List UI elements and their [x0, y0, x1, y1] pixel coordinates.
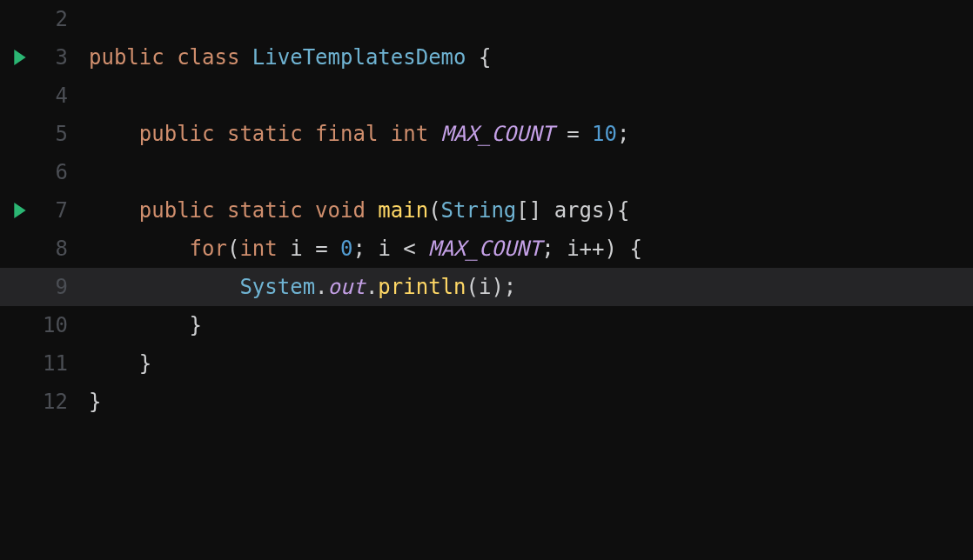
token-method: main	[378, 198, 428, 223]
line-number: 5	[56, 122, 68, 146]
line-number: 11	[43, 351, 68, 376]
line-number: 2	[56, 7, 68, 31]
line-number: 8	[56, 237, 68, 261]
code-content[interactable]: public class LiveTemplatesDemo {	[82, 45, 491, 70]
token-field-it: MAX_COUNT	[428, 237, 541, 261]
token-field-it: MAX_COUNT	[441, 122, 554, 146]
gutter[interactable]: 11	[0, 351, 82, 376]
line-number: 9	[56, 275, 68, 299]
code-content[interactable]: System.out.println(i);	[82, 275, 516, 299]
code-line[interactable]: 5 public static final int MAX_COUNT = 10…	[0, 115, 973, 153]
token-punct: (	[466, 275, 479, 299]
code-line[interactable]: 10 }	[0, 306, 973, 344]
code-content[interactable]: }	[82, 390, 101, 414]
token-kw: class	[177, 45, 239, 70]
token-punct: (	[428, 198, 440, 223]
token-classname: System	[239, 275, 315, 299]
token-kw: static	[227, 122, 303, 146]
gutter[interactable]: 10	[0, 313, 82, 337]
token-param: i	[290, 237, 302, 261]
code-line[interactable]: 9 System.out.println(i);	[0, 268, 973, 306]
code-content[interactable]: public static final int MAX_COUNT = 10;	[82, 122, 629, 146]
line-number: 6	[56, 160, 68, 184]
token-punct: []	[516, 198, 554, 223]
token-punct: ){	[604, 198, 629, 223]
line-number: 7	[56, 198, 68, 223]
token-punct: ) {	[605, 237, 642, 261]
gutter[interactable]: 7	[0, 198, 82, 223]
token-param: i	[378, 237, 390, 261]
code-line[interactable]: 4	[0, 77, 973, 115]
token-kw: public	[139, 122, 215, 146]
token-punct: }	[89, 390, 101, 414]
code-line[interactable]: 2	[0, 0, 973, 38]
token-kw: static	[227, 198, 303, 223]
line-number: 4	[56, 83, 68, 108]
gutter[interactable]: 4	[0, 83, 82, 108]
token-kw: for	[190, 237, 227, 261]
code-content[interactable]: public static void main(String[] args){	[82, 198, 629, 223]
gutter[interactable]: 12	[0, 390, 82, 414]
code-line[interactable]: 7 public static void main(String[] args)…	[0, 191, 973, 230]
code-content[interactable]: }	[82, 313, 202, 337]
code-line[interactable]: 8 for(int i = 0; i < MAX_COUNT; i++) {	[0, 230, 973, 268]
token-classname: LiveTemplatesDemo	[252, 45, 466, 70]
token-punct: .	[315, 275, 327, 299]
gutter[interactable]: 9	[0, 275, 82, 299]
code-content[interactable]: for(int i = 0; i < MAX_COUNT; i++) {	[82, 237, 642, 261]
code-line[interactable]: 11 }	[0, 344, 973, 383]
token-punct: }	[190, 313, 202, 337]
code-line[interactable]: 12}	[0, 383, 973, 421]
gutter[interactable]: 3	[0, 45, 82, 70]
token-kw: void	[315, 198, 366, 223]
token-punct: ;	[352, 237, 378, 261]
token-punct: ;	[617, 122, 629, 146]
token-field-it: out	[328, 275, 366, 299]
token-kw: int	[391, 122, 428, 146]
gutter[interactable]: 2	[0, 7, 82, 31]
token-punct: );	[491, 275, 516, 299]
token-punct: {	[479, 45, 491, 70]
token-method: println	[378, 275, 466, 299]
line-number: 12	[43, 390, 68, 414]
gutter[interactable]: 6	[0, 160, 82, 184]
token-kw: public	[89, 45, 164, 70]
gutter[interactable]: 5	[0, 122, 82, 146]
token-punct: .	[366, 275, 378, 299]
token-kw: public	[139, 198, 215, 223]
line-number: 3	[56, 45, 68, 70]
token-num: 0	[340, 237, 352, 261]
code-content[interactable]: }	[82, 351, 151, 376]
token-kw: final	[315, 122, 378, 146]
token-punct: }	[139, 351, 151, 376]
token-param: i	[567, 237, 579, 261]
token-op: <	[403, 237, 415, 261]
line-number: 10	[43, 313, 68, 337]
token-param: i	[479, 275, 491, 299]
token-num: 10	[592, 122, 617, 146]
run-icon[interactable]	[12, 202, 28, 219]
token-op: =	[567, 122, 579, 146]
code-line[interactable]: 6	[0, 153, 973, 191]
token-type: String	[441, 198, 517, 223]
token-punct: ;	[541, 237, 567, 261]
code-line[interactable]: 3public class LiveTemplatesDemo {	[0, 38, 973, 77]
gutter[interactable]: 8	[0, 237, 82, 261]
run-icon[interactable]	[12, 49, 28, 66]
token-punct: (	[227, 237, 239, 261]
token-op: =	[315, 237, 327, 261]
token-kw: int	[239, 237, 277, 261]
code-editor[interactable]: 23public class LiveTemplatesDemo {45 pub…	[0, 0, 973, 560]
token-param: args	[554, 198, 605, 223]
token-op: ++	[580, 237, 605, 261]
